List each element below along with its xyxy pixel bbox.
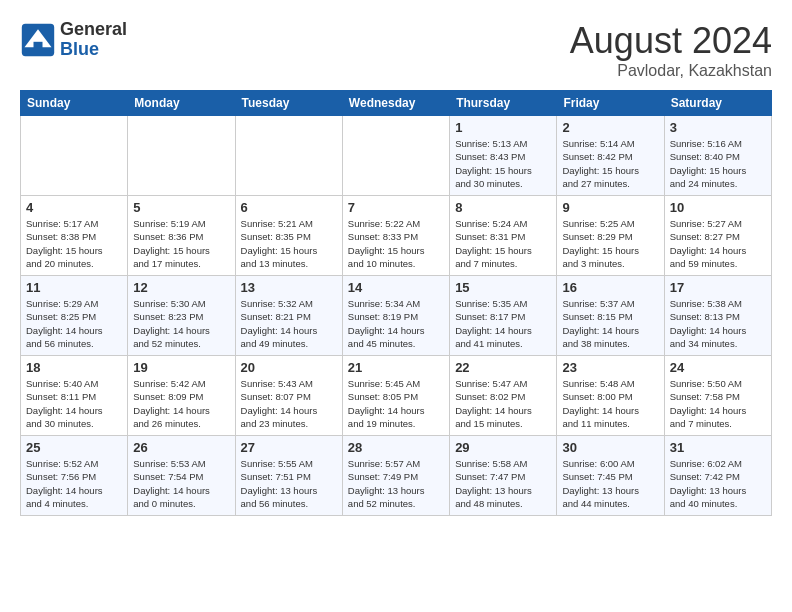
day-info: Sunrise: 5:57 AMSunset: 7:49 PMDaylight:… bbox=[348, 457, 444, 510]
day-number: 17 bbox=[670, 280, 766, 295]
day-number: 27 bbox=[241, 440, 337, 455]
day-info: Sunrise: 5:21 AMSunset: 8:35 PMDaylight:… bbox=[241, 217, 337, 270]
calendar-cell: 9Sunrise: 5:25 AMSunset: 8:29 PMDaylight… bbox=[557, 196, 664, 276]
day-header-tuesday: Tuesday bbox=[235, 91, 342, 116]
logo-text: General Blue bbox=[60, 20, 127, 60]
calendar-cell: 18Sunrise: 5:40 AMSunset: 8:11 PMDayligh… bbox=[21, 356, 128, 436]
week-row-2: 4Sunrise: 5:17 AMSunset: 8:38 PMDaylight… bbox=[21, 196, 772, 276]
week-row-4: 18Sunrise: 5:40 AMSunset: 8:11 PMDayligh… bbox=[21, 356, 772, 436]
day-info: Sunrise: 5:43 AMSunset: 8:07 PMDaylight:… bbox=[241, 377, 337, 430]
day-info: Sunrise: 5:19 AMSunset: 8:36 PMDaylight:… bbox=[133, 217, 229, 270]
calendar-cell: 22Sunrise: 5:47 AMSunset: 8:02 PMDayligh… bbox=[450, 356, 557, 436]
day-number: 10 bbox=[670, 200, 766, 215]
day-info: Sunrise: 5:16 AMSunset: 8:40 PMDaylight:… bbox=[670, 137, 766, 190]
day-info: Sunrise: 5:52 AMSunset: 7:56 PMDaylight:… bbox=[26, 457, 122, 510]
day-number: 13 bbox=[241, 280, 337, 295]
calendar-cell: 3Sunrise: 5:16 AMSunset: 8:40 PMDaylight… bbox=[664, 116, 771, 196]
day-info: Sunrise: 5:24 AMSunset: 8:31 PMDaylight:… bbox=[455, 217, 551, 270]
day-number: 24 bbox=[670, 360, 766, 375]
day-number: 20 bbox=[241, 360, 337, 375]
day-number: 26 bbox=[133, 440, 229, 455]
day-number: 2 bbox=[562, 120, 658, 135]
day-number: 31 bbox=[670, 440, 766, 455]
calendar-cell: 21Sunrise: 5:45 AMSunset: 8:05 PMDayligh… bbox=[342, 356, 449, 436]
day-header-thursday: Thursday bbox=[450, 91, 557, 116]
day-number: 6 bbox=[241, 200, 337, 215]
calendar-cell: 24Sunrise: 5:50 AMSunset: 7:58 PMDayligh… bbox=[664, 356, 771, 436]
day-number: 21 bbox=[348, 360, 444, 375]
day-info: Sunrise: 5:42 AMSunset: 8:09 PMDaylight:… bbox=[133, 377, 229, 430]
day-number: 30 bbox=[562, 440, 658, 455]
calendar-cell: 31Sunrise: 6:02 AMSunset: 7:42 PMDayligh… bbox=[664, 436, 771, 516]
calendar-cell: 8Sunrise: 5:24 AMSunset: 8:31 PMDaylight… bbox=[450, 196, 557, 276]
day-number: 29 bbox=[455, 440, 551, 455]
day-info: Sunrise: 5:32 AMSunset: 8:21 PMDaylight:… bbox=[241, 297, 337, 350]
day-info: Sunrise: 5:17 AMSunset: 8:38 PMDaylight:… bbox=[26, 217, 122, 270]
week-row-3: 11Sunrise: 5:29 AMSunset: 8:25 PMDayligh… bbox=[21, 276, 772, 356]
calendar-cell: 28Sunrise: 5:57 AMSunset: 7:49 PMDayligh… bbox=[342, 436, 449, 516]
day-header-monday: Monday bbox=[128, 91, 235, 116]
calendar-cell: 13Sunrise: 5:32 AMSunset: 8:21 PMDayligh… bbox=[235, 276, 342, 356]
day-number: 5 bbox=[133, 200, 229, 215]
day-info: Sunrise: 5:40 AMSunset: 8:11 PMDaylight:… bbox=[26, 377, 122, 430]
day-info: Sunrise: 5:55 AMSunset: 7:51 PMDaylight:… bbox=[241, 457, 337, 510]
week-row-5: 25Sunrise: 5:52 AMSunset: 7:56 PMDayligh… bbox=[21, 436, 772, 516]
day-info: Sunrise: 5:53 AMSunset: 7:54 PMDaylight:… bbox=[133, 457, 229, 510]
calendar-cell: 17Sunrise: 5:38 AMSunset: 8:13 PMDayligh… bbox=[664, 276, 771, 356]
day-number: 19 bbox=[133, 360, 229, 375]
day-info: Sunrise: 5:30 AMSunset: 8:23 PMDaylight:… bbox=[133, 297, 229, 350]
calendar-cell: 1Sunrise: 5:13 AMSunset: 8:43 PMDaylight… bbox=[450, 116, 557, 196]
calendar-cell: 6Sunrise: 5:21 AMSunset: 8:35 PMDaylight… bbox=[235, 196, 342, 276]
calendar-cell: 27Sunrise: 5:55 AMSunset: 7:51 PMDayligh… bbox=[235, 436, 342, 516]
calendar-cell: 4Sunrise: 5:17 AMSunset: 8:38 PMDaylight… bbox=[21, 196, 128, 276]
days-header-row: SundayMondayTuesdayWednesdayThursdayFrid… bbox=[21, 91, 772, 116]
day-info: Sunrise: 5:25 AMSunset: 8:29 PMDaylight:… bbox=[562, 217, 658, 270]
day-info: Sunrise: 5:58 AMSunset: 7:47 PMDaylight:… bbox=[455, 457, 551, 510]
day-header-friday: Friday bbox=[557, 91, 664, 116]
day-info: Sunrise: 5:48 AMSunset: 8:00 PMDaylight:… bbox=[562, 377, 658, 430]
svg-rect-2 bbox=[34, 42, 43, 49]
day-header-sunday: Sunday bbox=[21, 91, 128, 116]
calendar-cell bbox=[128, 116, 235, 196]
calendar-cell: 23Sunrise: 5:48 AMSunset: 8:00 PMDayligh… bbox=[557, 356, 664, 436]
calendar-cell: 29Sunrise: 5:58 AMSunset: 7:47 PMDayligh… bbox=[450, 436, 557, 516]
day-number: 8 bbox=[455, 200, 551, 215]
day-number: 3 bbox=[670, 120, 766, 135]
calendar-cell: 7Sunrise: 5:22 AMSunset: 8:33 PMDaylight… bbox=[342, 196, 449, 276]
day-number: 14 bbox=[348, 280, 444, 295]
day-number: 4 bbox=[26, 200, 122, 215]
day-info: Sunrise: 6:02 AMSunset: 7:42 PMDaylight:… bbox=[670, 457, 766, 510]
calendar-body: 1Sunrise: 5:13 AMSunset: 8:43 PMDaylight… bbox=[21, 116, 772, 516]
day-info: Sunrise: 5:38 AMSunset: 8:13 PMDaylight:… bbox=[670, 297, 766, 350]
calendar-cell: 2Sunrise: 5:14 AMSunset: 8:42 PMDaylight… bbox=[557, 116, 664, 196]
calendar-cell: 26Sunrise: 5:53 AMSunset: 7:54 PMDayligh… bbox=[128, 436, 235, 516]
location: Pavlodar, Kazakhstan bbox=[570, 62, 772, 80]
calendar-cell: 14Sunrise: 5:34 AMSunset: 8:19 PMDayligh… bbox=[342, 276, 449, 356]
day-number: 11 bbox=[26, 280, 122, 295]
logo-icon bbox=[20, 22, 56, 58]
calendar-cell: 25Sunrise: 5:52 AMSunset: 7:56 PMDayligh… bbox=[21, 436, 128, 516]
day-header-wednesday: Wednesday bbox=[342, 91, 449, 116]
logo: General Blue bbox=[20, 20, 127, 60]
day-info: Sunrise: 5:34 AMSunset: 8:19 PMDaylight:… bbox=[348, 297, 444, 350]
day-number: 7 bbox=[348, 200, 444, 215]
title-block: August 2024 Pavlodar, Kazakhstan bbox=[570, 20, 772, 80]
day-info: Sunrise: 5:14 AMSunset: 8:42 PMDaylight:… bbox=[562, 137, 658, 190]
day-number: 12 bbox=[133, 280, 229, 295]
calendar-cell bbox=[235, 116, 342, 196]
day-number: 9 bbox=[562, 200, 658, 215]
day-info: Sunrise: 5:35 AMSunset: 8:17 PMDaylight:… bbox=[455, 297, 551, 350]
day-number: 1 bbox=[455, 120, 551, 135]
calendar-cell: 20Sunrise: 5:43 AMSunset: 8:07 PMDayligh… bbox=[235, 356, 342, 436]
day-info: Sunrise: 6:00 AMSunset: 7:45 PMDaylight:… bbox=[562, 457, 658, 510]
month-year: August 2024 bbox=[570, 20, 772, 62]
calendar-table: SundayMondayTuesdayWednesdayThursdayFrid… bbox=[20, 90, 772, 516]
day-number: 22 bbox=[455, 360, 551, 375]
calendar-cell: 30Sunrise: 6:00 AMSunset: 7:45 PMDayligh… bbox=[557, 436, 664, 516]
day-info: Sunrise: 5:47 AMSunset: 8:02 PMDaylight:… bbox=[455, 377, 551, 430]
day-info: Sunrise: 5:37 AMSunset: 8:15 PMDaylight:… bbox=[562, 297, 658, 350]
day-number: 18 bbox=[26, 360, 122, 375]
calendar-cell bbox=[21, 116, 128, 196]
day-info: Sunrise: 5:29 AMSunset: 8:25 PMDaylight:… bbox=[26, 297, 122, 350]
calendar-cell: 15Sunrise: 5:35 AMSunset: 8:17 PMDayligh… bbox=[450, 276, 557, 356]
